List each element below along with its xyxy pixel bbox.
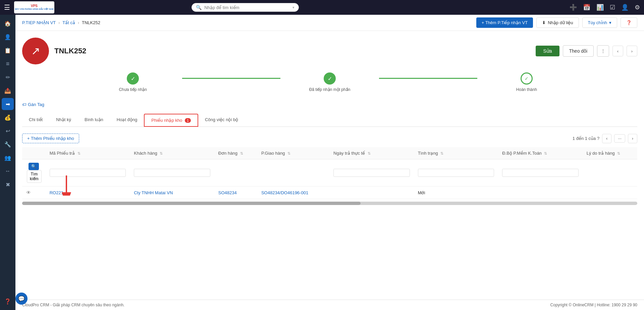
sidebar-item-user[interactable]: 👤 <box>2 31 14 43</box>
breadcrumb-actions: + Thêm P.Tiếp nhận VT ⬇ Nhập dữ liệu Tùy… <box>476 17 637 28</box>
pagination-more[interactable]: ··· <box>614 134 625 143</box>
tab-phieu-nhap-kho[interactable]: Phiếu nhập kho 1 <box>144 114 198 127</box>
col-eye <box>22 147 46 159</box>
filter-search-button[interactable]: 🔍 <box>29 163 39 170</box>
search-dropdown-arrow[interactable]: ▾ <box>292 5 294 10</box>
sort-icon-6: ⇅ <box>440 151 443 155</box>
breadcrumb-item-2[interactable]: Tất cả <box>62 20 75 25</box>
sort-icon-8: ⇅ <box>617 151 620 155</box>
hamburger-icon[interactable]: ☰ <box>4 3 10 11</box>
cell-ngay-tra <box>329 187 414 199</box>
cell-eye: 👁 <box>22 187 46 199</box>
tab-hoat-dong[interactable]: Hoạt động <box>110 114 144 126</box>
tab-binh-luan[interactable]: Bình luận <box>78 114 110 126</box>
next-record-button[interactable]: › <box>627 46 637 56</box>
sidebar-item-home[interactable]: 🏠 <box>2 17 14 30</box>
khach-hang-link[interactable]: Cty TNHH Matai VN <box>134 190 173 195</box>
cell-dong-bo <box>498 187 583 199</box>
sidebar-item-group[interactable]: 👥 <box>2 152 14 164</box>
tab-chi-tiet[interactable]: Chi tiết <box>22 114 49 126</box>
breadcrumb-item-1[interactable]: P.TIEP NHẬN VT <box>22 20 56 25</box>
table-filter-row: 🔍 Tìm kiếm <box>22 159 637 187</box>
col-khach-hang[interactable]: Khách hàng ⇅ <box>130 147 214 159</box>
tab-cong-viec-noi-bo[interactable]: Công việc nội bộ <box>198 114 245 126</box>
customize-button[interactable]: Tùy chỉnh ▾ <box>582 17 617 28</box>
col-ly-do[interactable]: Lý do trả hàng ⇅ <box>583 147 637 159</box>
don-hang-link[interactable]: SO48234 <box>218 190 237 195</box>
top-nav-actions: ➕ 📅 📊 ☑ 👤 ⚙ <box>570 4 640 11</box>
step-circle-3: ✓ <box>521 72 533 85</box>
filter-ly-do <box>583 159 637 187</box>
download-icon: ⬇ <box>542 20 546 25</box>
sidebar-item-return[interactable]: ↩ <box>2 125 14 137</box>
tab-nhat-ky[interactable]: Nhật ký <box>49 114 78 126</box>
add-receive-button[interactable]: + Thêm P.Tiếp nhận VT <box>476 17 533 28</box>
filter-input-khach-hang[interactable] <box>134 169 210 177</box>
step-connector-1 <box>182 78 280 79</box>
filter-input-dong-bo[interactable] <box>502 169 579 177</box>
cell-don-hang: SO48234 <box>214 187 257 199</box>
breadcrumb-current: TNLK252 <box>82 20 100 25</box>
more-options-button[interactable]: ⋮ <box>597 45 609 57</box>
record-header: ↗ TNLK252 Sửa Theo dõi ⋮ ‹ › <box>22 38 637 64</box>
step-circle-2: ✓ <box>324 72 336 85</box>
col-p-giao-hang[interactable]: P.Giao hàng ⇅ <box>257 147 329 159</box>
col-ngay-tra[interactable]: Ngày trả thực tế ⇅ <box>329 147 414 159</box>
breadcrumb-bar: P.TIEP NHẬN VT › Tất cả › TNLK252 + Thêm… <box>15 15 644 31</box>
p-giao-hang-link[interactable]: SO48234/DO46196-001 <box>261 190 308 195</box>
edit-button[interactable]: Sửa <box>536 46 559 56</box>
col-dong-bo[interactable]: Đ.Bộ P.Mềm K.Toán ⇅ <box>498 147 583 159</box>
logo-text: VPS MÁY VĂN PHÒNG HÀNG ĐẦU VIỆT NAM <box>15 4 53 10</box>
search-bar: 🔍 ▾ <box>192 3 299 12</box>
tabs: Chi tiết Nhật ký Bình luận Hoạt động Phi… <box>22 114 637 127</box>
footer-left: CloudPro CRM - Giải pháp CRM chuyên sâu … <box>22 303 124 307</box>
settings-icon[interactable]: ⚙ <box>635 4 640 11</box>
sidebar-item-money[interactable]: 💰 <box>2 111 14 123</box>
logo-area: VPS MÁY VĂN PHÒNG HÀNG ĐẦU VIỆT NAM <box>14 1 54 13</box>
follow-button[interactable]: Theo dõi <box>563 45 594 57</box>
prev-record-button[interactable]: ‹ <box>612 46 623 56</box>
help-button[interactable]: ❓ <box>621 17 637 28</box>
sort-icon-4: ⇅ <box>287 151 290 155</box>
add-phieu-nhap-kho-button[interactable]: + Thêm Phiếu nhập kho <box>22 134 79 143</box>
user-icon[interactable]: 👤 <box>621 4 629 11</box>
chevron-down-icon: ▾ <box>609 20 611 25</box>
sidebar-item-tools[interactable]: 🔧 <box>2 138 14 150</box>
sidebar-item-transfer[interactable]: ↔ <box>2 165 14 177</box>
filter-input-tinh-trang[interactable] <box>418 169 494 177</box>
tag-link[interactable]: 🏷 Gán Tag <box>22 102 637 107</box>
chart-icon[interactable]: 📊 <box>596 4 604 11</box>
step-connector-2 <box>379 78 477 79</box>
pagination-next[interactable]: › <box>628 134 637 143</box>
chat-button[interactable]: 💬 <box>15 293 28 305</box>
filter-dong-bo <box>498 159 583 187</box>
add-icon[interactable]: ➕ <box>570 4 577 11</box>
calendar-icon[interactable]: 📅 <box>583 4 590 11</box>
sidebar-item-receive[interactable]: ➡ <box>2 98 14 110</box>
import-data-button[interactable]: ⬇ Nhập dữ liệu <box>536 17 579 28</box>
filter-input-ngay-tra[interactable] <box>333 169 410 177</box>
eye-icon[interactable]: 👁 <box>26 190 31 195</box>
avatar-icon: ↗ <box>31 45 40 57</box>
task-icon[interactable]: ☑ <box>610 4 615 11</box>
step-label-2: Đã tiếp nhận một phần <box>309 87 351 92</box>
table-toolbar: + Thêm Phiếu nhập kho 1 đến 1 của ? ‹ ··… <box>22 134 637 143</box>
search-input[interactable] <box>204 5 290 10</box>
sidebar-item-help[interactable]: ❓ <box>2 295 14 307</box>
col-ma-phieu-tra[interactable]: Mã Phiếu trả ⇅ <box>46 147 130 159</box>
sidebar-item-list[interactable]: 📋 <box>2 44 14 56</box>
sidebar-item-close[interactable]: ✖ <box>2 178 14 191</box>
horizontal-scrollbar[interactable] <box>22 202 637 205</box>
col-don-hang[interactable]: Đơn hàng ⇅ <box>214 147 257 159</box>
filter-clear-button[interactable]: Tìm kiếm <box>27 170 42 183</box>
col-tinh-trang[interactable]: Tình trạng ⇅ <box>414 147 498 159</box>
pagination-prev[interactable]: ‹ <box>602 134 611 143</box>
sidebar-item-menu[interactable]: ≡ <box>2 58 14 70</box>
sort-icon-1: ⇅ <box>77 151 80 155</box>
sort-icon-3: ⇅ <box>240 151 243 155</box>
sidebar-item-upload[interactable]: 📤 <box>2 85 14 97</box>
table-header-row: Mã Phiếu trả ⇅ Khách hàng ⇅ Đơn hàng ⇅ <box>22 147 637 159</box>
sidebar-item-edit[interactable]: ✏ <box>2 71 14 83</box>
step-3: ✓ Hoàn thành <box>477 72 576 92</box>
phieu-nhap-kho-badge: 1 <box>185 118 191 123</box>
